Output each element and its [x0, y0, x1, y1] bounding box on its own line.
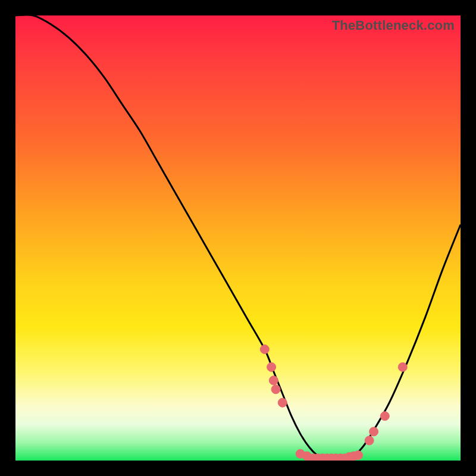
marker-group	[260, 345, 407, 461]
data-marker	[369, 427, 378, 436]
data-marker	[267, 362, 276, 371]
data-marker	[398, 362, 407, 371]
plot-area: TheBottleneck.com	[15, 15, 461, 461]
data-marker	[271, 385, 280, 394]
data-marker	[353, 451, 362, 460]
data-marker	[380, 412, 389, 421]
curve-svg	[15, 15, 461, 461]
chart-frame: TheBottleneck.com	[0, 0, 476, 476]
data-marker	[269, 376, 278, 385]
data-marker	[278, 398, 287, 407]
bottleneck-curve	[15, 15, 461, 461]
data-marker	[365, 436, 374, 445]
data-marker	[260, 345, 269, 354]
